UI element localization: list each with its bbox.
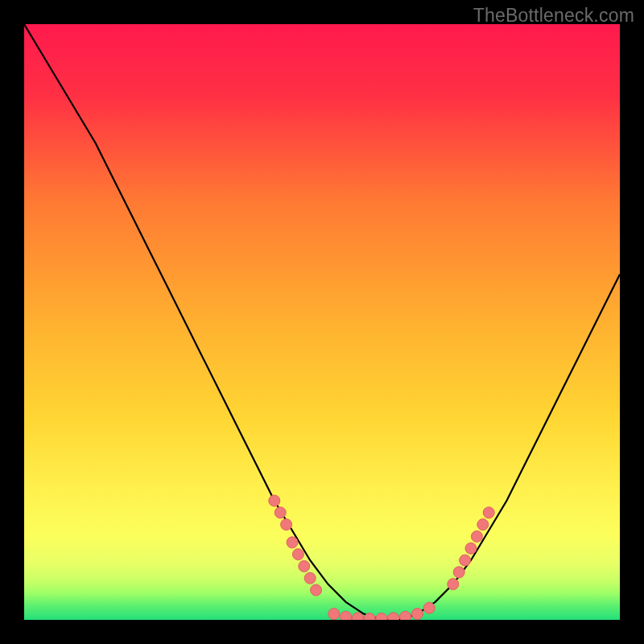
data-marker (269, 495, 280, 506)
curve-layer (24, 24, 620, 620)
data-marker (477, 519, 489, 530)
data-marker (304, 572, 316, 584)
data-marker (299, 560, 310, 572)
data-marker (292, 549, 303, 560)
data-marker (287, 537, 298, 548)
data-marker (471, 530, 482, 542)
data-marker (275, 507, 286, 518)
data-marker (483, 507, 494, 518)
chart-frame (24, 24, 620, 620)
data-marker (400, 611, 411, 620)
data-marker (453, 567, 464, 578)
plot-area (24, 24, 620, 620)
data-markers (269, 495, 494, 620)
data-marker (311, 584, 322, 596)
data-marker (411, 609, 423, 620)
data-marker (448, 579, 459, 590)
bottleneck-curve (24, 24, 620, 620)
data-marker (388, 613, 399, 620)
data-marker (352, 613, 363, 620)
data-marker (423, 602, 435, 613)
data-marker (281, 519, 292, 530)
data-marker (328, 609, 340, 620)
data-marker (376, 613, 387, 621)
data-marker (341, 611, 352, 620)
data-marker (460, 555, 471, 566)
watermark-text: TheBottleneck.com (473, 5, 634, 27)
data-marker (465, 543, 477, 554)
